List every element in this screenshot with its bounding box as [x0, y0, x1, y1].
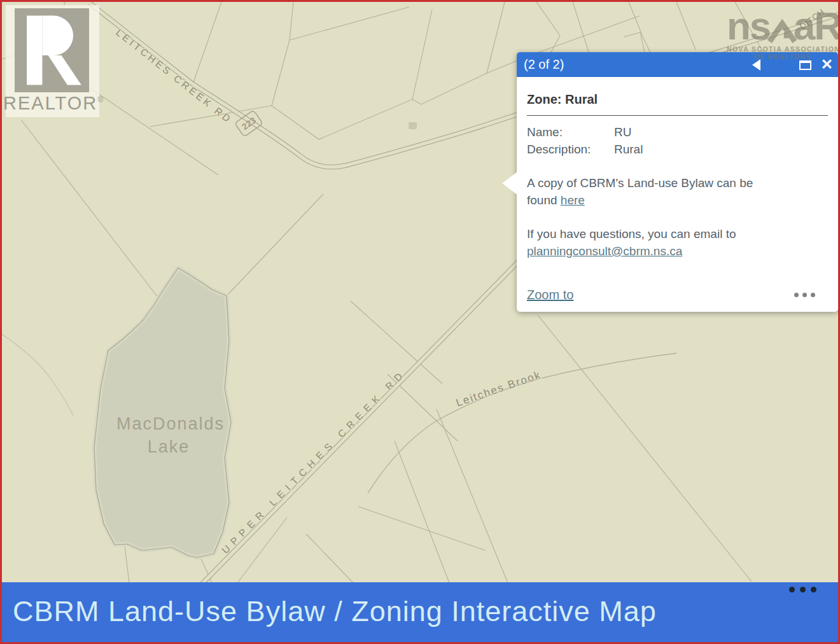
maximize-icon[interactable] [799, 60, 811, 70]
field-row-description: Description: Rural [527, 141, 828, 158]
road-label-leitches-creek: LEITCHES CREEK RD [114, 27, 234, 125]
road-label-upper-leitches-creek: UPPER LEITCHES CREEK RD [220, 367, 408, 556]
registered-trademark: ® [97, 95, 104, 104]
brook-label: Leitches Brook [454, 368, 543, 409]
realtor-logo: REALTOR® [6, 5, 99, 117]
bylaw-paragraph: A copy of CBRM's Land-use Bylaw can be f… [527, 174, 780, 209]
popup-pointer [502, 172, 517, 195]
title-bar: CBRM Land-Use Bylaw / Zoning Interactive… [2, 582, 838, 642]
bylaw-here-link[interactable]: here [561, 193, 585, 207]
questions-text: If you have questions, you can email to [527, 227, 736, 241]
app-title: CBRM Land-Use Bylaw / Zoning Interactive… [13, 595, 657, 628]
popup-body: Zone: Rural Name: RU Description: Rural … [517, 77, 838, 312]
field-label: Description: [527, 141, 614, 158]
email-link[interactable]: planningconsult@cbrm.ns.ca [527, 244, 682, 258]
footer-overflow-menu[interactable] [789, 587, 816, 592]
questions-paragraph: If you have questions, you can email to … [527, 225, 780, 260]
previous-feature-icon[interactable] [752, 59, 760, 71]
lake-label-line1: MacDonalds [116, 414, 225, 433]
feature-popup: (2 of 2) ✕ Zone: Rural Name: RU Descript… [517, 52, 838, 312]
lake-polygon [94, 268, 231, 557]
building-footprint [409, 122, 417, 129]
popup-title: Zone: Rural [527, 92, 828, 107]
zoom-to-link[interactable]: Zoom to [527, 286, 573, 304]
popup-overflow-menu[interactable] [794, 293, 815, 297]
lake-label-line2: Lake [148, 437, 190, 456]
realtor-wordmark: REALTOR® [3, 93, 102, 114]
nsar-subtitle-1: NOVA SCOTIA ASSOCIATION [727, 45, 839, 53]
app-window: { "window": { "border_color": "#c82f2f" … [0, 0, 840, 644]
nsar-prefix: ns [727, 10, 770, 43]
popup-pagination: (2 of 2) [524, 57, 564, 72]
field-row-name: Name: RU [527, 123, 828, 141]
field-value: RU [614, 123, 631, 141]
nsar-suffix: aR [794, 10, 840, 43]
realtor-r-icon [15, 8, 89, 92]
field-label: Name: [527, 123, 614, 141]
nsar-logo: ns aR NOVA SCOTIA ASSOCIATION OF REALTOR… [727, 10, 840, 60]
popup-footer: Zoom to [527, 286, 828, 304]
field-value: Rural [614, 141, 643, 158]
nsar-subtitle-2: OF REALTORS [727, 53, 839, 60]
divider [527, 115, 828, 116]
